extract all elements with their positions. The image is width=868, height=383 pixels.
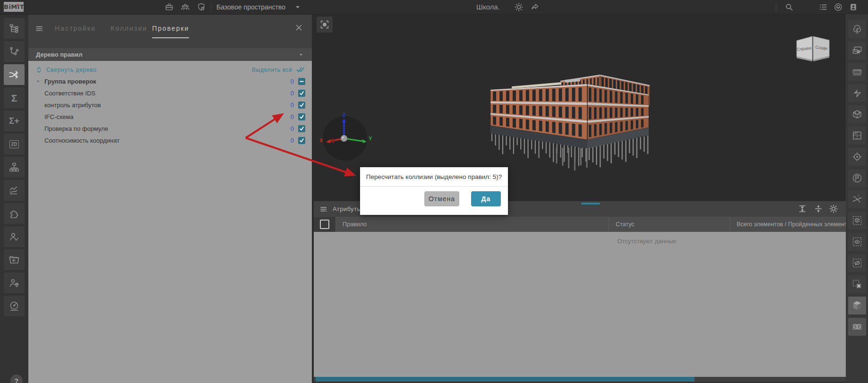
right-tool-hide-selection[interactable] [848, 254, 866, 272]
right-tool-show-selection[interactable] [848, 233, 866, 251]
right-tool-section-lines[interactable]: 1 2 [848, 190, 866, 208]
cancel-button[interactable]: Отмена [424, 191, 459, 206]
rule-row[interactable]: Соотносимость координат 0 [28, 135, 312, 146]
left-tool-structure[interactable] [4, 18, 25, 39]
account-icon[interactable] [849, 2, 858, 12]
rule-checkbox-checked[interactable] [298, 102, 305, 109]
column-header-status: Статус [609, 217, 730, 232]
rule-checkbox-checked[interactable] [298, 90, 305, 97]
shield-clock-icon[interactable] [197, 2, 206, 12]
org-chart-icon [9, 162, 20, 173]
chevron-down-icon[interactable] [294, 3, 301, 11]
panel-header: Настройки Коллизии Проверки [28, 14, 312, 48]
rule-checkbox-checked[interactable] [298, 113, 305, 120]
row-height-icon[interactable] [798, 204, 807, 213]
search-icon[interactable] [784, 2, 794, 12]
rule-count: 0 [291, 125, 294, 132]
confirm-button[interactable]: Да [471, 191, 501, 206]
rules-tree-section[interactable]: Дерево правил [28, 48, 312, 61]
collapse-tree-icon[interactable] [36, 67, 42, 73]
briefcase-icon[interactable] [164, 2, 174, 12]
right-tool-flag[interactable] [848, 169, 866, 187]
left-tool-import[interactable] [4, 249, 25, 270]
gauge-icon [9, 300, 20, 312]
rule-row[interactable]: IFC-схема 0 [28, 111, 312, 123]
tab-collisions[interactable]: Коллизии [111, 25, 147, 37]
rule-row[interactable]: Соответствие IDS 0 [28, 87, 312, 99]
right-tool-environment[interactable] [848, 20, 866, 38]
left-tool-sum[interactable]: Σ [4, 87, 25, 108]
right-tool-floorplan[interactable] [848, 127, 866, 145]
checks-panel: Настройки Коллизии Проверки Дерево прави… [28, 14, 312, 383]
left-tool-plugins[interactable] [4, 203, 25, 224]
rule-label: Соотносимость координат [44, 137, 120, 144]
rule-count: 0 [291, 137, 294, 144]
tree-caret-icon[interactable] [36, 79, 40, 84]
help-button[interactable]: ? [10, 374, 23, 383]
focus-model-icon [319, 19, 330, 30]
right-tool-solid-view[interactable] [848, 297, 866, 315]
list-menu-icon[interactable] [818, 2, 828, 12]
table-select-all-cell[interactable] [314, 217, 335, 232]
left-tool-hierarchy[interactable] [4, 157, 25, 178]
right-tool-section-box[interactable] [848, 105, 866, 123]
fit-view-button[interactable] [317, 17, 333, 33]
chevron-down-icon [298, 51, 304, 58]
collapse-tree-link[interactable]: Свернуть дерево [46, 67, 96, 73]
rule-count: 0 [291, 102, 294, 109]
workspace-selector-label[interactable]: Базовое пространство [216, 3, 285, 11]
select-all-link[interactable]: Выделить всё [252, 67, 292, 73]
column-header-rule: Правило [335, 217, 609, 232]
table-settings-gear-icon[interactable] [829, 204, 838, 213]
right-tool-flash[interactable] [848, 84, 866, 102]
collapse-rows-icon[interactable] [814, 204, 823, 213]
left-tool-user-check[interactable] [4, 226, 25, 247]
user-pin-icon [9, 277, 20, 289]
left-tool-graphs[interactable] [4, 180, 25, 201]
close-icon[interactable] [295, 24, 303, 32]
group-checkbox-indeterminate[interactable] [298, 78, 305, 85]
scrollbar-thumb[interactable] [316, 377, 695, 382]
left-tool-sum-add[interactable]: Σ+ [4, 111, 25, 131]
settings-gear-icon[interactable] [514, 2, 524, 12]
left-tool-dashboard[interactable] [4, 296, 25, 316]
left-tool-relations[interactable] [4, 41, 25, 62]
table-select-all-checkbox[interactable] [320, 220, 329, 229]
notifications-icon[interactable] [834, 2, 843, 12]
right-tool-orbit[interactable] [848, 318, 866, 336]
rule-row[interactable]: Проверка по формуле 0 [28, 123, 312, 135]
team-icon[interactable] [180, 2, 190, 12]
solid-cube-icon [851, 299, 863, 312]
topbar-separator [776, 3, 776, 11]
share-icon[interactable] [530, 2, 540, 12]
panel-drag-handle[interactable] [581, 203, 600, 204]
right-tool-clear-selection[interactable] [848, 275, 866, 293]
right-tool-locate[interactable] [848, 148, 866, 166]
left-tool-checks[interactable] [4, 64, 25, 85]
rule-label: IFC-схема [44, 113, 74, 120]
right-tool-selection-area[interactable] [848, 42, 866, 60]
navigation-cube[interactable]: Справа Сзади [795, 33, 832, 64]
panel-menu-icon[interactable] [319, 205, 328, 213]
left-tool-user-location[interactable] [4, 272, 25, 293]
double-check-icon[interactable] [296, 66, 305, 73]
rule-checkbox-checked[interactable] [298, 137, 305, 144]
axis-z-label: Z [343, 112, 346, 118]
axis-gizmo[interactable]: Z Y X [316, 110, 374, 169]
tab-settings[interactable]: Настройки [55, 25, 96, 37]
right-tool-isolate-selection[interactable] [848, 212, 866, 230]
rule-checkbox-checked[interactable] [298, 125, 305, 132]
branch-icon [9, 46, 20, 57]
horizontal-scrollbar[interactable] [314, 377, 846, 382]
panel-menu-icon[interactable] [35, 24, 44, 33]
rule-row[interactable]: контроль атрибутов 0 [28, 99, 312, 111]
topbar-separator [211, 3, 211, 11]
dialog-message: Пересчитать коллизии (выделено правил: 5… [360, 167, 508, 180]
left-tool-2d[interactable]: 2D [4, 134, 25, 154]
app-logo[interactable]: BiMiT [4, 2, 24, 12]
tab-checks[interactable]: Проверки [152, 25, 189, 38]
right-tool-measure[interactable] [848, 63, 866, 81]
rule-group-row[interactable]: Группа проверок 0 [28, 76, 312, 87]
hide-selection-eye-off-icon [851, 257, 863, 269]
rule-label: Проверка по формуле [44, 125, 108, 132]
